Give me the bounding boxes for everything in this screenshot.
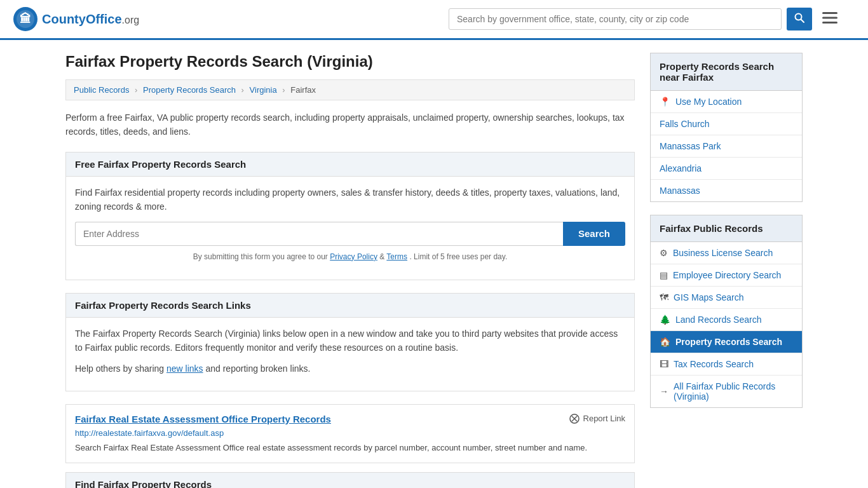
property-records-link[interactable]: Property Records Search	[675, 337, 782, 347]
all-fairfax-icon: →	[660, 386, 668, 396]
link-item: Fairfax Real Estate Assessment Office Pr…	[65, 404, 635, 464]
form-disclaimer: By submitting this form you agree to our…	[75, 251, 625, 263]
link-item-title[interactable]: Fairfax Real Estate Assessment Office Pr…	[75, 414, 331, 424]
links-section: Fairfax Property Records Search Links Th…	[65, 293, 635, 391]
employee-directory-icon: ▤	[660, 270, 668, 280]
find-section: Find Fairfax Property Records A Fairfax …	[65, 472, 635, 488]
link-item-header: Fairfax Real Estate Assessment Office Pr…	[75, 414, 625, 424]
hamburger-menu-button[interactable]	[817, 8, 843, 30]
sidebar-nearby-item-alexandria[interactable]: Alexandria	[651, 158, 802, 180]
content-wrapper: Fairfax Property Records Search (Virgini…	[53, 40, 815, 488]
links-section-header: Fairfax Property Records Search Links	[65, 293, 635, 318]
page-description: Perform a free Fairfax, VA public proper…	[65, 111, 635, 139]
falls-church-link[interactable]: Falls Church	[660, 119, 710, 129]
sidebar-public-records-header: Fairfax Public Records	[650, 215, 803, 242]
sidebar-nearby-item-falls-church[interactable]: Falls Church	[651, 113, 802, 135]
employee-directory-link[interactable]: Employee Directory Search	[673, 270, 781, 280]
logo-icon: 🏛	[13, 6, 38, 32]
sidebar-nearby-header: Property Records Search near Fairfax	[650, 53, 803, 91]
link-item-description: Search Fairfax Real Estate Assessment Of…	[75, 442, 625, 454]
search-button[interactable]: Search	[563, 222, 625, 246]
logo-text: CountyOffice.org	[42, 12, 139, 27]
breadcrumb-property-records-search[interactable]: Property Records Search	[143, 85, 236, 95]
search-bar-area	[449, 8, 843, 30]
terms-link[interactable]: Terms	[386, 252, 407, 261]
free-search-body: Find Fairfax residential property record…	[66, 177, 634, 280]
manassas-park-link[interactable]: Manassas Park	[660, 141, 721, 151]
sidebar-record-business-license[interactable]: ⚙ Business License Search	[651, 242, 802, 264]
search-icon	[794, 13, 804, 23]
free-search-header: Free Fairfax Property Records Search	[66, 152, 634, 177]
sidebar-nearby-item-manassas[interactable]: Manassas	[651, 180, 802, 201]
svg-rect-6	[822, 17, 837, 19]
tax-records-link[interactable]: Tax Records Search	[674, 359, 754, 369]
gis-maps-icon: 🗺	[660, 292, 668, 302]
links-section-body: The Fairfax Property Records Search (Vir…	[65, 318, 635, 391]
sidebar-public-records-list: ⚙ Business License Search ▤ Employee Dir…	[650, 242, 803, 408]
sidebar-record-gis-maps[interactable]: 🗺 GIS Maps Search	[651, 287, 802, 309]
free-search-section: Free Fairfax Property Records Search Fin…	[65, 152, 635, 280]
breadcrumb-public-records[interactable]: Public Records	[74, 85, 129, 95]
property-search-form: Search	[75, 222, 625, 246]
logo-area: 🏛 CountyOffice.org	[13, 6, 139, 32]
header: 🏛 CountyOffice.org	[0, 0, 868, 40]
tax-records-icon: 🎞	[660, 359, 668, 369]
breadcrumb-fairfax: Fairfax	[290, 85, 316, 95]
sidebar-record-all-fairfax[interactable]: → All Fairfax Public Records (Virginia)	[651, 376, 802, 407]
breadcrumb-sep-1: ›	[135, 85, 137, 95]
business-license-icon: ⚙	[660, 248, 668, 258]
breadcrumb-virginia[interactable]: Virginia	[250, 85, 277, 95]
svg-text:🏛: 🏛	[20, 12, 31, 25]
sidebar-record-tax-records[interactable]: 🎞 Tax Records Search	[651, 353, 802, 376]
main-content: Fairfax Property Records Search (Virgini…	[65, 53, 635, 488]
sidebar-nearby-list: 📍 Use My Location Falls Church Manassas …	[650, 91, 803, 202]
breadcrumb: Public Records › Property Records Search…	[65, 79, 635, 100]
all-fairfax-link[interactable]: All Fairfax Public Records (Virginia)	[674, 381, 793, 402]
breadcrumb-sep-2: ›	[241, 85, 244, 95]
links-body-1: The Fairfax Property Records Search (Vir…	[75, 327, 625, 355]
free-search-description: Find Fairfax residential property record…	[75, 186, 625, 214]
hamburger-icon	[822, 12, 837, 24]
svg-rect-5	[822, 12, 837, 14]
gis-maps-link[interactable]: GIS Maps Search	[674, 292, 744, 302]
header-search-button[interactable]	[787, 8, 812, 30]
location-pin-icon: 📍	[660, 97, 670, 107]
header-search-input[interactable]	[449, 8, 782, 30]
alexandria-link[interactable]: Alexandria	[660, 163, 702, 173]
sidebar-nearby-item-manassas-park[interactable]: Manassas Park	[651, 135, 802, 158]
report-link-button[interactable]: Report Link	[569, 414, 625, 424]
breadcrumb-sep-3: ›	[282, 85, 285, 95]
business-license-link[interactable]: Business License Search	[673, 248, 773, 258]
link-item-url[interactable]: http://realestate.fairfaxva.gov/default.…	[75, 428, 625, 438]
report-icon	[569, 414, 580, 424]
svg-rect-7	[822, 22, 837, 24]
sidebar-nearby-item-use-my-location[interactable]: 📍 Use My Location	[651, 91, 802, 113]
land-records-link[interactable]: Land Records Search	[675, 315, 761, 325]
page-title: Fairfax Property Records Search (Virgini…	[65, 53, 635, 71]
manassas-link[interactable]: Manassas	[660, 186, 700, 196]
privacy-policy-link[interactable]: Privacy Policy	[330, 252, 377, 261]
property-records-icon: 🏠	[660, 337, 670, 347]
new-links-link[interactable]: new links	[166, 363, 203, 374]
sidebar-record-land-records[interactable]: 🌲 Land Records Search	[651, 309, 802, 331]
find-section-header: Find Fairfax Property Records	[65, 472, 635, 488]
use-my-location-link[interactable]: Use My Location	[675, 97, 742, 107]
links-body-2: Help others by sharing new links and rep…	[75, 362, 625, 376]
svg-line-4	[801, 20, 804, 23]
address-input[interactable]	[75, 222, 563, 246]
land-records-icon: 🌲	[660, 315, 670, 325]
sidebar-record-employee-directory[interactable]: ▤ Employee Directory Search	[651, 264, 802, 287]
sidebar-record-property-records[interactable]: 🏠 Property Records Search	[651, 331, 802, 353]
sidebar: Property Records Search near Fairfax 📍 U…	[650, 53, 803, 488]
